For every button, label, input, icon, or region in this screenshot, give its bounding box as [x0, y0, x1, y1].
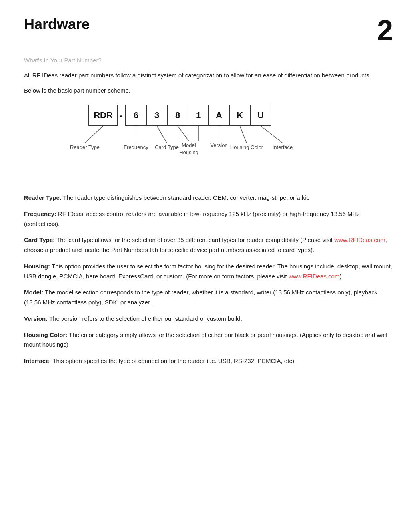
svg-line-24 [261, 126, 283, 143]
chapter-number: 2 [377, 16, 393, 45]
svg-text:Frequency: Frequency [124, 144, 148, 150]
svg-text:Reader Type: Reader Type [70, 144, 99, 150]
svg-line-23 [240, 126, 247, 143]
term-version: Version: [24, 315, 48, 322]
desc-version-text: The version refers to the selection of e… [48, 315, 242, 322]
desc-frequency-text: RF IDeas' access control readers are ava… [24, 210, 360, 227]
svg-line-20 [178, 126, 189, 141]
desc-housing-text-after: ) [339, 273, 341, 280]
desc-frequency: Frequency: RF IDeas' access control read… [24, 209, 393, 229]
svg-text:A: A [216, 110, 222, 120]
svg-text:-: - [119, 110, 122, 120]
part-number-diagram: RDR - 6 3 8 1 A K U [24, 101, 393, 181]
svg-text:Model: Model [182, 142, 196, 148]
desc-reader-type: Reader Type: The reader type distinguish… [24, 193, 393, 203]
svg-text:Card Type: Card Type [155, 144, 179, 150]
desc-housing-color: Housing Color: The color category simply… [24, 330, 393, 350]
page-header: Hardware 2 [24, 16, 393, 45]
desc-reader-type-text: The reader type distinguishes between st… [62, 194, 309, 201]
svg-text:K: K [237, 110, 243, 120]
desc-model: Model: The model selection corresponds t… [24, 288, 393, 308]
desc-housing: Housing: This option provides the user t… [24, 262, 393, 282]
svg-text:Version: Version [210, 142, 227, 148]
descriptions-section: Reader Type: The reader type distinguish… [24, 193, 393, 366]
desc-housing-color-text: The color category simply allows for the… [24, 332, 387, 348]
term-interface: Interface: [24, 357, 51, 364]
section-subtitle: What's In Your Part Number? [24, 57, 393, 64]
desc-interface-text: This option specifies the type of connec… [51, 357, 296, 364]
card-type-link[interactable]: www.RFIDeas.com [334, 236, 385, 243]
term-reader-type: Reader Type: [24, 194, 62, 201]
housing-link[interactable]: www.RFIDeas.com [289, 273, 340, 280]
svg-line-17 [85, 126, 103, 143]
term-frequency: Frequency: [24, 210, 56, 217]
svg-text:6: 6 [133, 110, 138, 120]
term-housing: Housing: [24, 263, 50, 270]
svg-text:3: 3 [154, 110, 159, 120]
term-card-type: Card Type: [24, 236, 55, 243]
intro-paragraph-2: Below is the basic part number scheme. [24, 86, 393, 95]
term-housing-color: Housing Color: [24, 332, 67, 338]
svg-text:8: 8 [175, 110, 180, 120]
svg-line-19 [157, 126, 167, 143]
page-title: Hardware [24, 16, 90, 33]
intro-paragraph-1: All RF IDeas reader part numbers follow … [24, 71, 393, 80]
desc-version: Version: The version refers to the selec… [24, 314, 393, 324]
desc-card-type-text: The card type allows for the selection o… [55, 236, 334, 243]
desc-card-type: Card Type: The card type allows for the … [24, 235, 393, 255]
svg-text:U: U [257, 110, 264, 120]
svg-text:1: 1 [196, 110, 200, 120]
desc-interface: Interface: This option specifies the typ… [24, 356, 393, 366]
svg-text:Housing: Housing [179, 149, 198, 155]
svg-text:Housing Color: Housing Color [230, 144, 263, 150]
desc-model-text: The model selection corresponds to the t… [24, 289, 377, 306]
term-model: Model: [24, 289, 43, 296]
svg-text:Interface: Interface [272, 144, 293, 150]
svg-text:RDR: RDR [94, 110, 113, 120]
